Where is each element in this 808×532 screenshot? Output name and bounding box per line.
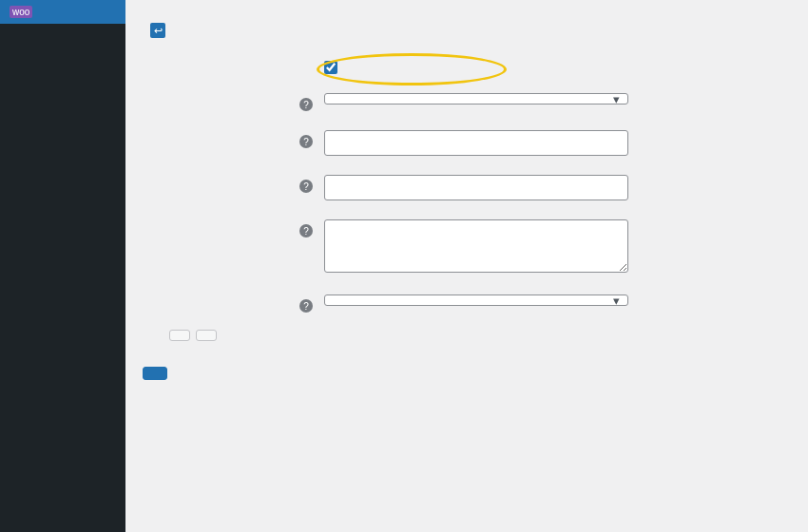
- main-content: ↩ ? ? ? ?: [125, 0, 808, 532]
- view-template-button[interactable]: [196, 330, 217, 341]
- code-path-dest: [150, 335, 158, 350]
- sidebar-item-woocommerce[interactable]: woo: [0, 0, 125, 24]
- help-icon[interactable]: ?: [299, 98, 313, 111]
- enable-checkbox[interactable]: [324, 61, 337, 74]
- page-title: ↩: [143, 23, 791, 38]
- enable-label: [143, 61, 299, 65]
- code-path-source: [143, 335, 150, 350]
- template-text: [143, 333, 158, 352]
- help-icon[interactable]: ?: [299, 299, 313, 313]
- sending-time-select[interactable]: [324, 93, 628, 104]
- copy-file-button[interactable]: [169, 330, 190, 341]
- help-icon[interactable]: ?: [299, 135, 313, 148]
- woocommerce-icon: woo: [10, 6, 32, 18]
- help-icon[interactable]: ?: [299, 224, 313, 238]
- highlight-ellipse: [317, 53, 507, 86]
- additional-label: [143, 219, 299, 223]
- subject-label: [143, 130, 299, 134]
- additional-textarea[interactable]: [324, 219, 628, 273]
- admin-sidebar: woo: [0, 0, 125, 532]
- subject-input[interactable]: [324, 130, 628, 156]
- email-type-select[interactable]: [324, 294, 628, 306]
- save-button[interactable]: [143, 367, 167, 380]
- back-icon[interactable]: ↩: [150, 23, 165, 38]
- heading-input[interactable]: [324, 175, 628, 200]
- email-type-label: [143, 294, 299, 298]
- help-icon[interactable]: ?: [299, 180, 313, 193]
- heading-label: [143, 175, 299, 179]
- sending-time-label: [143, 93, 299, 97]
